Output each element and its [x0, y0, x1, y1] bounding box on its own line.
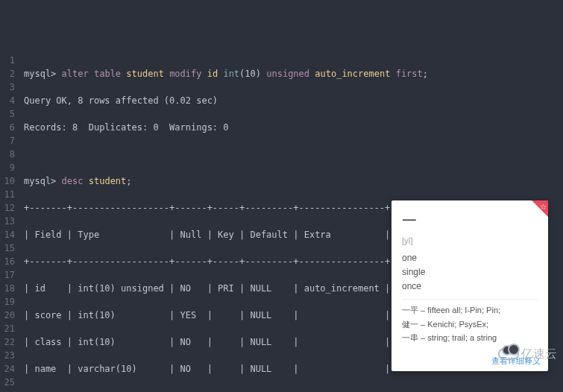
cloud-icon — [498, 348, 519, 360]
line-num: 6 — [0, 121, 15, 134]
line-num: 5 — [0, 107, 15, 121]
line-num: 12 — [0, 201, 15, 215]
tbl-student: student — [89, 176, 127, 186]
line-num: 4 — [0, 94, 15, 107]
line-num: 26 — [0, 389, 15, 392]
star-icon[interactable]: ☆ — [540, 201, 547, 212]
kw-modify: modify — [169, 69, 201, 79]
kw-alter: alter — [62, 69, 89, 79]
tbl-student: student — [126, 69, 164, 79]
line-4 — [24, 148, 428, 161]
line-12: | name | varchar(10) | NO | | NULL | | — [24, 362, 428, 376]
type-int: int — [223, 69, 239, 79]
line-gutter: 1234567891011121314151617181920212223242… — [0, 54, 21, 392]
line-num: 3 — [0, 80, 15, 94]
line-num: 7 — [0, 134, 15, 148]
line-3: Records: 8 Duplicates: 0 Warnings: 0 — [24, 121, 428, 134]
dictionary-popup[interactable]: ☆ 一 [yī] one single once 一平 – fifteen al… — [391, 200, 548, 372]
line-num: 15 — [0, 241, 15, 255]
dict-headword: 一 — [402, 209, 538, 232]
line-num: 11 — [0, 188, 15, 201]
dict-compound: 健一 – Kenichi; PsysEx; — [402, 318, 538, 331]
dict-def: one — [402, 251, 538, 265]
line-2: Query OK, 8 rows affected (0.02 sec) — [24, 94, 428, 107]
dict-definitions: one single once — [402, 251, 538, 293]
line-num: 1 — [0, 54, 15, 67]
line-num: 9 — [0, 161, 15, 174]
kw-first: first — [396, 69, 423, 79]
line-6: +-------+------------------+------+-----… — [24, 201, 428, 215]
line-13: +-------+------------------+------+-----… — [24, 389, 428, 392]
line-num: 18 — [0, 282, 15, 295]
line-num: 22 — [0, 335, 15, 349]
dict-def: single — [402, 265, 538, 279]
line-10: | score | int(10) | YES | | NULL | | — [24, 309, 428, 322]
dict-compounds: 一平 – fifteen all; I-Pin; Pin; 健一 – Kenic… — [402, 304, 538, 344]
line-num: 25 — [0, 376, 15, 389]
dict-compound: 一串 – string; trail; a string — [402, 332, 538, 344]
line-num: 14 — [0, 228, 15, 241]
line-num: 16 — [0, 255, 15, 268]
int-arg: (10) — [239, 69, 261, 79]
line-9: | id | int(10) unsigned | NO | PRI | NUL… — [24, 282, 428, 295]
line-num: 8 — [0, 148, 15, 161]
dict-compound: 一平 – fifteen all; I-Pin; Pin; — [402, 304, 538, 317]
kw-desc: desc — [62, 176, 84, 186]
line-7: | Field | Type | Null | Key | Default | … — [24, 228, 428, 241]
line-num: 21 — [0, 322, 15, 335]
line-num: 24 — [0, 362, 15, 376]
line-1: mysql> alter table student modify id int… — [24, 67, 428, 80]
line-num: 20 — [0, 309, 15, 322]
line-5: mysql> desc student; — [24, 174, 428, 188]
semicolon: ; — [423, 69, 428, 79]
watermark-text: 亿速云 — [521, 347, 557, 361]
line-num: 23 — [0, 349, 15, 362]
dict-body: 一 [yī] one single once 一平 – fifteen all;… — [391, 200, 548, 352]
line-num: 10 — [0, 174, 15, 188]
line-num: 13 — [0, 215, 15, 228]
kw-table: table — [94, 69, 121, 79]
col-id: id — [207, 69, 218, 79]
line-8: +-------+------------------+------+-----… — [24, 255, 428, 268]
watermark-logo: 亿速云 — [498, 347, 557, 361]
line-num: 2 — [0, 67, 15, 80]
semicolon: ; — [126, 176, 131, 186]
line-num: 19 — [0, 295, 15, 309]
mysql-prompt: mysql> — [24, 69, 56, 79]
divider — [402, 299, 538, 300]
kw-autoincrement: auto_increment — [315, 69, 390, 79]
dict-pronunciation: [yī] — [402, 235, 538, 247]
kw-unsigned: unsigned — [266, 69, 309, 79]
line-11: | class | int(10) | NO | | NULL | | — [24, 335, 428, 349]
dict-def: once — [402, 279, 538, 293]
code-lines[interactable]: mysql> alter table student modify id int… — [21, 54, 428, 392]
line-num: 17 — [0, 268, 15, 282]
mysql-prompt: mysql> — [24, 176, 56, 186]
